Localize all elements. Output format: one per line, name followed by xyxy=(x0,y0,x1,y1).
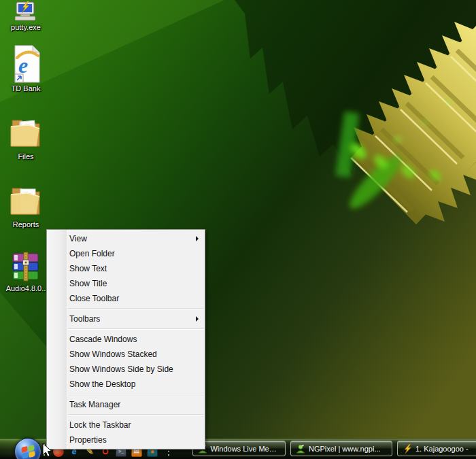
task-button-label: Windows Live Mess... xyxy=(210,445,280,453)
menu-item-cascade-windows[interactable]: Cascade Windows xyxy=(47,332,205,347)
messenger-buddy-icon xyxy=(296,444,305,454)
desktop-icon-putty[interactable]: putty.exe xyxy=(0,1,52,32)
folder-icon xyxy=(9,114,43,151)
menu-separator xyxy=(68,328,203,330)
taskbar-button-ngpixel[interactable]: NGPixel | www.ngpi... xyxy=(290,441,392,456)
menu-item-show-the-desktop[interactable]: Show the Desktop xyxy=(47,377,205,392)
internet-explorer-shortcut-icon: e xyxy=(11,45,41,83)
desktop-icon-files[interactable]: Files xyxy=(0,114,52,161)
desktop-icon-audio-archive[interactable]: Audio4.8.0.. xyxy=(0,252,52,293)
menu-item-task-manager[interactable]: Task Manager xyxy=(47,397,205,412)
icon-label: TD Bank xyxy=(0,84,52,93)
taskbar-context-menu: View Open Folder Show Text Show Title Cl… xyxy=(46,229,205,449)
icon-label: Reports xyxy=(0,220,52,229)
submenu-arrow-icon xyxy=(196,316,199,322)
windows-logo-icon xyxy=(21,445,35,459)
menu-item-open-folder[interactable]: Open Folder xyxy=(47,246,205,261)
menu-item-show-text[interactable]: Show Text xyxy=(47,261,205,276)
task-button-label: NGPixel | www.ngpi... xyxy=(309,445,381,453)
menu-separator xyxy=(68,308,203,309)
menu-separator xyxy=(68,414,203,415)
menu-item-toolbars[interactable]: Toolbars xyxy=(47,311,205,326)
icon-label: Files xyxy=(0,152,52,161)
task-button-label: 1. Kajagoogoo - xyxy=(415,445,469,453)
submenu-arrow-icon xyxy=(196,236,199,241)
icon-label: putty.exe xyxy=(0,23,52,32)
icon-label: Audio4.8.0.. xyxy=(0,284,52,293)
menu-separator xyxy=(68,394,203,395)
desktop-icon-td-bank[interactable]: e TD Bank xyxy=(0,45,52,93)
winrar-archive-icon xyxy=(10,252,41,283)
taskbar-button-kajagoogoo[interactable]: 1. Kajagoogoo - xyxy=(397,441,476,456)
menu-item-show-windows-side-by-side[interactable]: Show Windows Side by Side xyxy=(47,362,205,377)
taskbar-button-windows-live[interactable]: Windows Live Mess... xyxy=(192,441,286,456)
menu-item-show-title[interactable]: Show Title xyxy=(47,276,205,291)
desktop-icon-reports[interactable]: Reports xyxy=(0,182,52,229)
winamp-icon xyxy=(403,444,412,454)
menu-item-view[interactable]: View xyxy=(47,231,205,246)
folder-with-document-icon xyxy=(9,182,43,219)
menu-item-close-toolbar[interactable]: Close Toolbar xyxy=(47,291,205,306)
putty-terminal-icon xyxy=(14,1,38,22)
menu-item-show-windows-stacked[interactable]: Show Windows Stacked xyxy=(47,347,205,362)
menu-item-lock-the-taskbar[interactable]: Lock the Taskbar xyxy=(47,418,205,432)
menu-item-properties[interactable]: Properties xyxy=(47,432,205,447)
